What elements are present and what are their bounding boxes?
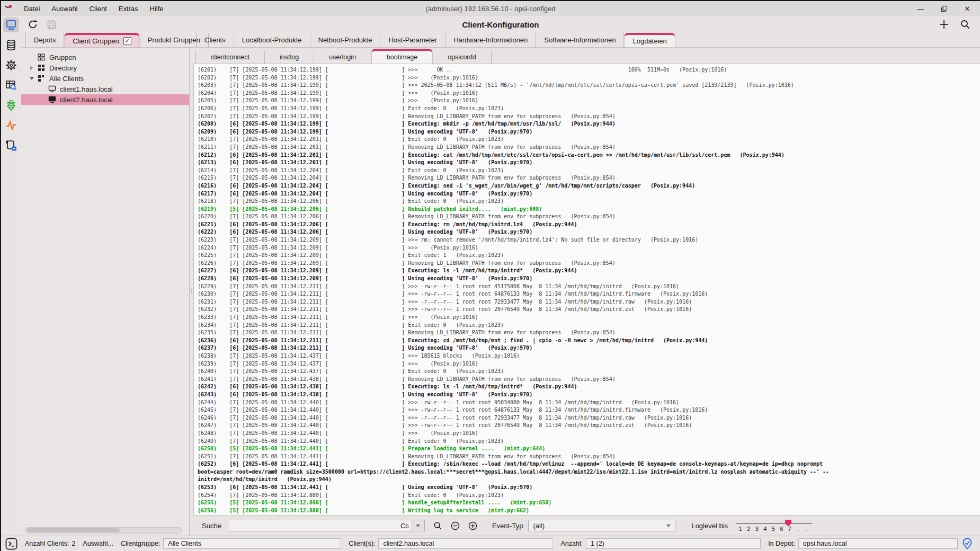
zoom-out-icon[interactable]	[451, 521, 460, 530]
tab-host-parameter[interactable]: Host-Parameter	[380, 33, 446, 47]
opsi-bee-icon[interactable]	[3, 98, 19, 113]
log-tab-userlogin[interactable]: userlogin	[314, 51, 371, 64]
clients-view-icon[interactable]	[3, 17, 19, 32]
slider-tick-7[interactable]: 7	[786, 526, 794, 532]
log-line: (6240) [7] [2025-05-08 11:34:12.437] [ ]…	[198, 368, 980, 376]
log-line: (6230) [7] [2025-05-08 11:34:12.211] [ ]…	[198, 290, 980, 298]
log-controls: Suche Cc	[193, 515, 980, 536]
client-tree: GruppenDirectoryAlle Clientsclient1.haus…	[21, 52, 189, 105]
tree-item-client2-haus-local[interactable]: client2.haus.local	[21, 94, 189, 105]
tab-label: Host-Parameter	[388, 36, 437, 44]
client-label: Client(s):	[349, 540, 375, 547]
grid-filled-icon	[38, 64, 46, 72]
add-client-icon[interactable]	[939, 19, 949, 30]
tree-item-label: Gruppen	[49, 54, 76, 61]
slider-tick-3[interactable]: 3	[753, 526, 761, 532]
tree-item-gruppen[interactable]: Gruppen	[21, 52, 189, 63]
menu-extras[interactable]: Extras	[113, 3, 144, 15]
tab-localboot-produkte[interactable]: Localboot-Produkte	[234, 33, 310, 47]
tab-label: Software-Informationen	[544, 36, 616, 44]
log-line: (6218) [7] [2025-05-08 11:34:12.206] [ ]…	[198, 198, 980, 206]
main-tab-bar: DepotsClient Gruppen✓Produkt Gruppen Cli…	[21, 33, 980, 48]
log-line: (6210) [7] [2025-05-08 11:34:12.201] [ ]…	[198, 136, 980, 144]
tab-clients[interactable]: Clients	[196, 33, 234, 47]
count-field: 1 (2)	[586, 538, 761, 549]
panel-splitter[interactable]: ⋮	[190, 48, 193, 536]
tree-item-client1-haus-local[interactable]: client1.haus.local	[21, 84, 189, 94]
log-line: (6245) [7] [2025-05-08 11:34:12.440] [ ]…	[198, 406, 980, 414]
terminal-icon[interactable]	[5, 538, 17, 550]
slider-tick-2[interactable]: 2	[745, 526, 753, 532]
log-line: (6244) [7] [2025-05-08 11:34:12.440] [ ]…	[198, 399, 980, 407]
tab-software-informationen[interactable]: Software-Informationen	[536, 33, 624, 47]
menu-hilfe[interactable]: Hilfe	[144, 3, 170, 15]
log-tab-instlog[interactable]: instlog	[265, 51, 314, 64]
match-case-toggle[interactable]: Cc	[400, 522, 412, 530]
tab-client-gruppen[interactable]: Client Gruppen✓	[64, 33, 139, 47]
tab-depots[interactable]: Depots	[25, 33, 64, 47]
log-search-input[interactable]	[228, 522, 400, 530]
log-line: (6215) [7] [2025-05-08 11:34:12.204] [ ]…	[198, 174, 980, 182]
menu-client[interactable]: Client	[84, 3, 113, 15]
log-line: (6205) [7] [2025-05-08 11:34:12.199] [ ]…	[198, 97, 980, 105]
license-document-icon[interactable]	[3, 138, 19, 153]
tree-item-directory[interactable]: Directory	[21, 63, 189, 73]
table-search-icon[interactable]	[3, 78, 19, 93]
log-line: (6236) [6] [2025-05-08 11:34:12.211] [ ]…	[198, 337, 980, 345]
checkbox-icon[interactable]: ✓	[123, 37, 131, 45]
menubar: DateiAuswahlClientExtrasHilfe	[18, 3, 170, 15]
log-line: (6228) [6] [2025-05-08 11:34:12.209] [ ]…	[198, 275, 980, 283]
menu-auswahl[interactable]: Auswahl	[46, 3, 83, 15]
event-type-dropdown[interactable]: (all)	[528, 520, 675, 531]
zoom-in-icon[interactable]	[468, 521, 477, 530]
app-icon	[4, 4, 13, 13]
window-controls: — ✕	[909, 1, 979, 16]
tree-spacer	[39, 85, 46, 93]
tree-expanded-arrow[interactable]	[28, 75, 35, 82]
client-filled-icon	[48, 96, 57, 103]
slider-tick-dot[interactable]: .	[794, 526, 803, 532]
close-button[interactable]: ✕	[956, 1, 979, 16]
tree-horizontal-scrollbar[interactable]	[25, 527, 182, 534]
tab-label: Hardware-Informationen	[453, 36, 528, 44]
tree-item-alle-clients[interactable]: Alle Clients	[21, 73, 189, 84]
selection-button[interactable]: Auswahl...	[83, 540, 113, 547]
log-line: (6246) [7] [2025-05-08 11:34:12.440] [ ]…	[198, 414, 980, 422]
minimize-button[interactable]: —	[909, 1, 932, 16]
database-icon[interactable]	[3, 38, 19, 52]
tab-hardware-informationen[interactable]: Hardware-Informationen	[446, 33, 536, 47]
log-viewer[interactable]: (6201) [7] [2025-05-08 11:34:12.199] [ ]…	[193, 64, 980, 515]
log-line: (6219) [5] [2025-05-08 11:34:12.206] [ ]…	[198, 206, 980, 214]
restore-button[interactable]	[932, 1, 956, 16]
find-icon[interactable]	[433, 521, 442, 530]
health-pulse-icon[interactable]	[3, 118, 19, 133]
log-line: (6208) [6] [2025-05-08 11:34:12.199] [ ]…	[198, 120, 980, 128]
log-line-wrap: boot=casper root=dev/ram0 ramdisk_size=3…	[198, 468, 980, 476]
slider-tick-1[interactable]: 1	[736, 526, 745, 532]
tree-item-label: Alle Clients	[49, 75, 84, 83]
save-icon[interactable]	[47, 20, 57, 30]
slider-tick-4[interactable]: 4	[761, 526, 770, 532]
tab-logdateien[interactable]: Logdateien	[624, 33, 675, 47]
tab-netboot-produkte[interactable]: Netboot-Produkte	[310, 33, 381, 47]
menu-datei[interactable]: Datei	[18, 3, 46, 15]
client-group-field: Alle Clients	[163, 538, 341, 549]
connection-status-icon	[962, 538, 973, 549]
scrollbar-thumb[interactable]	[26, 528, 120, 532]
search-history-dropdown[interactable]	[412, 520, 424, 531]
tree-collapsed-arrow[interactable]	[28, 64, 35, 72]
slider-track[interactable]	[736, 523, 812, 524]
clients-count-value: 2	[72, 540, 75, 547]
reload-icon[interactable]	[28, 19, 38, 30]
log-line: (6231) [7] [2025-05-08 11:34:12.211] [ ]…	[198, 298, 980, 306]
loglevel-slider[interactable]: 1234567..	[736, 520, 812, 532]
log-tab-clientconnect[interactable]: clientconnect	[195, 51, 265, 64]
log-line: (6248) [7] [2025-05-08 11:34:12.440] [ ]…	[198, 430, 980, 438]
slider-tick-dot[interactable]: .	[802, 526, 810, 532]
search-icon[interactable]	[960, 19, 970, 30]
gear-icon[interactable]	[3, 58, 19, 73]
log-tab-bootimage[interactable]: bootimage	[371, 49, 433, 64]
slider-tick-5[interactable]: 5	[769, 526, 778, 532]
slider-tick-6[interactable]: 6	[778, 526, 786, 532]
log-tab-opsiconfd[interactable]: opsiconfd	[433, 51, 492, 64]
